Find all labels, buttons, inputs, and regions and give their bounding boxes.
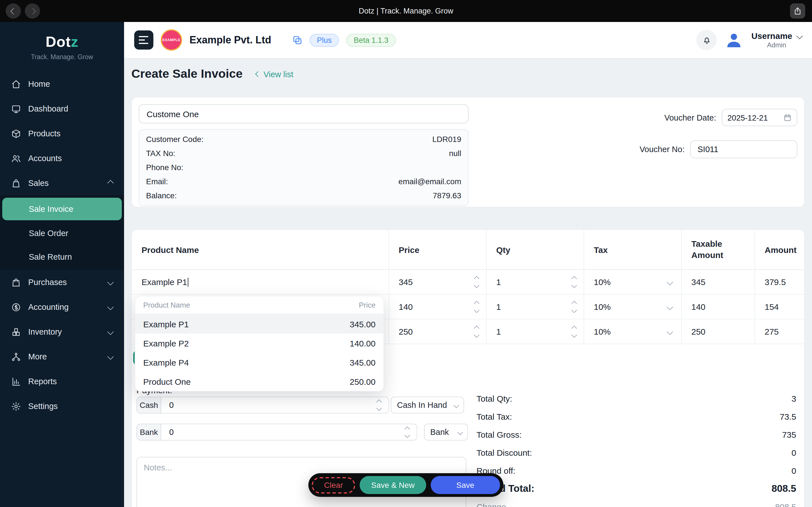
stepper-icon[interactable] xyxy=(572,327,576,336)
cash-account-value: Cash In Hand xyxy=(397,400,447,409)
chevron-up-icon xyxy=(107,180,114,186)
save-and-new-button[interactable]: Save & New xyxy=(360,476,426,494)
sidebar-item-settings[interactable]: Settings xyxy=(0,394,124,418)
forward-button[interactable] xyxy=(25,3,40,18)
voucher-date-input[interactable]: 2025-12-21 xyxy=(722,109,797,126)
bank-payment-row: Bank Bank xyxy=(137,424,468,441)
beta-badge: Beta 1.1.3 xyxy=(347,34,396,47)
stepper-icon[interactable] xyxy=(474,327,478,336)
inventory-icon xyxy=(11,327,21,337)
switch-company-button[interactable] xyxy=(292,35,302,45)
dropdown-item[interactable]: Example P4345.00 xyxy=(135,353,384,372)
dropdown-item[interactable]: Product One250.00 xyxy=(135,372,384,391)
cash-tag: Cash xyxy=(137,397,161,413)
app-logo: Dotz Track. Manage. Grow xyxy=(0,22,124,60)
cash-payment-row: Cash Cash In Hand xyxy=(137,397,464,413)
stepper-icon[interactable] xyxy=(572,302,576,312)
dropdown-item-name: Product One xyxy=(143,377,191,386)
reports-icon xyxy=(11,377,21,386)
product-name-input[interactable]: Example P1 xyxy=(132,270,389,294)
stepper-icon[interactable] xyxy=(405,427,409,437)
info-value: email@email.com xyxy=(398,176,461,187)
action-bar: Clear Save & New Save xyxy=(308,473,504,497)
cash-amount-input[interactable] xyxy=(168,400,377,410)
chevron-down-icon xyxy=(107,353,114,360)
qty-value: 1 xyxy=(496,302,501,312)
sidebar-item-label: Sales xyxy=(28,179,49,187)
sidebar-item-more[interactable]: More xyxy=(0,344,124,369)
sidebar-item-dashboard[interactable]: Dashboard xyxy=(0,96,124,121)
sidebar-item-sale-invoice[interactable]: Sale Invoice xyxy=(2,198,122,220)
sidebar-item-label: Sale Return xyxy=(29,252,72,262)
total-value: 0 xyxy=(792,448,796,457)
sidebar-item-home[interactable]: Home xyxy=(0,71,124,96)
clear-button[interactable]: Clear xyxy=(312,477,356,493)
qty-value: 1 xyxy=(496,327,501,336)
bank-amount-input[interactable] xyxy=(168,427,405,437)
chevron-down-icon xyxy=(107,279,114,286)
bank-account-select[interactable]: Bank xyxy=(424,424,468,441)
qty-input[interactable]: 1 xyxy=(486,295,583,319)
sidebar-item-sale-return[interactable]: Sale Return xyxy=(0,245,124,269)
price-input[interactable]: 140 xyxy=(389,295,486,319)
qty-value: 1 xyxy=(496,277,501,287)
user-avatar[interactable] xyxy=(725,31,744,49)
qty-input[interactable]: 1 xyxy=(486,320,583,344)
dropdown-item-price: 250.00 xyxy=(350,377,375,386)
voucher-no-input[interactable] xyxy=(690,140,797,158)
total-qty-row: Total Qty:3 xyxy=(476,389,796,407)
tax-select[interactable]: 10% xyxy=(583,320,681,344)
logo-text: Dot xyxy=(46,33,71,50)
bank-tag: Bank xyxy=(137,424,161,441)
chevron-down-icon xyxy=(107,304,114,311)
save-button[interactable]: Save xyxy=(430,476,500,494)
total-value: 808.5 xyxy=(775,502,796,507)
total-label: Total Discount: xyxy=(476,448,532,457)
product-name-value: Example P1 xyxy=(142,277,187,287)
text-caret xyxy=(188,277,189,286)
username: Username xyxy=(751,31,792,41)
stepper-icon[interactable] xyxy=(377,400,380,410)
user-role: Admin xyxy=(767,41,786,49)
tax-select[interactable]: 10% xyxy=(583,295,681,319)
main-content: EXAMPLE Example Pvt. Ltd Plus Beta 1.1.3… xyxy=(124,22,812,507)
sidebar-item-sales[interactable]: Sales xyxy=(0,171,124,195)
menu-toggle-button[interactable] xyxy=(134,31,153,50)
items-table-header: Product Name Price Qty Tax Taxable Amoun… xyxy=(132,230,804,270)
dropdown-item[interactable]: Example P2140.00 xyxy=(135,334,384,353)
col-header-taxable: Taxable Amount xyxy=(681,230,755,269)
sidebar-item-accounting[interactable]: Accounting xyxy=(0,295,124,320)
stepper-icon[interactable] xyxy=(572,277,576,287)
logo-accent: z xyxy=(71,33,79,50)
total-label: Total Qty: xyxy=(476,393,512,403)
customer-info-box: Customer Code:LDR019 TAX No:null Phone N… xyxy=(139,129,469,206)
price-input[interactable]: 345 xyxy=(389,270,486,294)
sidebar-item-label: Dashboard xyxy=(28,104,68,113)
sidebar-item-reports[interactable]: Reports xyxy=(0,369,124,394)
notifications-button[interactable] xyxy=(697,30,717,50)
back-button[interactable] xyxy=(6,3,21,18)
share-icon xyxy=(794,7,802,15)
bell-icon xyxy=(702,35,712,45)
price-input[interactable]: 250 xyxy=(389,320,486,344)
sidebar: Dotz Track. Manage. Grow Home Dashboard … xyxy=(0,22,124,507)
user-menu[interactable]: Username Admin xyxy=(751,31,802,49)
sidebar-item-label: Accounts xyxy=(28,154,62,163)
tax-select[interactable]: 10% xyxy=(583,270,681,294)
dropdown-item[interactable]: Example P1345.00 xyxy=(135,314,384,334)
stepper-icon[interactable] xyxy=(474,302,478,312)
sidebar-item-products[interactable]: Products xyxy=(0,121,124,146)
sidebar-item-accounts[interactable]: Accounts xyxy=(0,146,124,171)
share-button[interactable] xyxy=(790,3,805,18)
sidebar-item-inventory[interactable]: Inventory xyxy=(0,320,124,344)
dropdown-item-price: 140.00 xyxy=(350,338,375,348)
sidebar-item-sale-order[interactable]: Sale Order xyxy=(0,221,124,245)
stepper-icon[interactable] xyxy=(474,277,478,287)
cash-account-select[interactable]: Cash In Hand xyxy=(391,397,464,413)
dropdown-header: Product Name Price xyxy=(135,296,384,314)
view-list-link[interactable]: View list xyxy=(256,69,293,78)
customer-name-input[interactable] xyxy=(139,104,469,123)
sidebar-item-purchases[interactable]: Purchases xyxy=(0,270,124,295)
qty-input[interactable]: 1 xyxy=(486,270,583,294)
plus-badge[interactable]: Plus xyxy=(310,34,339,47)
